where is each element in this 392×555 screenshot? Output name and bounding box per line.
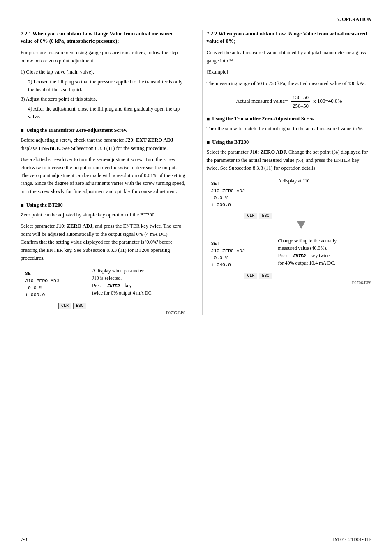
- section-label: 7. OPERATION: [337, 16, 371, 22]
- left-section-title: 7.2.1 When you can obtain Low Range Valu…: [21, 30, 186, 45]
- page-number: 7-3: [21, 537, 27, 543]
- right-display2-box: SET J10:ZERO ADJ -0.0 % + 040.0: [207, 237, 272, 271]
- right-display2-buttons: CLR ESC: [207, 273, 272, 279]
- left-enter-button[interactable]: ENTER: [104, 283, 123, 289]
- section-header: 7. OPERATION: [21, 16, 371, 23]
- step-2: 2) Loosen the fill plug so that the pres…: [21, 78, 186, 94]
- rd2-line1: SET: [211, 240, 268, 247]
- rd2-line3: -0.0 %: [211, 254, 268, 261]
- footer: 7-3 IM 01C21D01-01E: [21, 537, 371, 543]
- page: 7. OPERATION 7.2.1 When you can obtain L…: [0, 0, 392, 555]
- right-display1-annotation: A display at J10: [278, 177, 310, 184]
- formula-numerator: 130–50: [291, 94, 310, 102]
- formula-suffix: x 100=40.0%: [313, 98, 342, 104]
- step-3: 3) Adjust the zero point at this status.: [21, 95, 186, 103]
- left-display-unit: SET J10:ZERO ADJ -0.0 % + 000.0 CLR ESC: [21, 267, 86, 309]
- right-display2-unit: SET J10:ZERO ADJ -0.0 % + 040.0 CLR ESC: [207, 237, 272, 279]
- doc-ref: IM 01C21D01-01E: [333, 537, 371, 543]
- main-content: 7.2.1 When you can obtain Low Range Valu…: [21, 30, 371, 315]
- right2-esc-button[interactable]: ESC: [259, 273, 272, 279]
- left-display-row: SET J10:ZERO ADJ -0.0 % + 000.0 CLR ESC …: [21, 267, 186, 309]
- svg-marker-0: [297, 221, 305, 229]
- right-subsection2-heading: Using the BT200: [207, 139, 372, 146]
- param-j10-right: J10: ZERO ADJ: [250, 149, 286, 155]
- display-line1: SET: [25, 270, 82, 277]
- right2-clr-button[interactable]: CLR: [244, 273, 257, 279]
- arrow-down-icon: [231, 221, 372, 232]
- param-j20: J20: EXT ZERO ADJ: [125, 137, 173, 143]
- right-display1-buttons: CLR ESC: [207, 213, 272, 219]
- left-sub2-para2: Select parameter J10: ZERO ADJ, and pres…: [21, 222, 186, 262]
- rd1-line1: SET: [211, 180, 268, 187]
- param-j10-left: J10: ZERO ADJ: [56, 223, 92, 229]
- left-file-ref: F0705.EPS: [21, 311, 186, 315]
- example-label: [Example]: [207, 68, 372, 76]
- left-sub1-para1: Before adjusting a screw, check that the…: [21, 136, 186, 152]
- rd2-line4: + 040.0: [211, 261, 268, 268]
- display-line3: -0.0 %: [25, 284, 82, 291]
- rd1-line3: -0.0 %: [211, 194, 268, 201]
- right-section-title: 7.2.2 When you cannot obtain Low Range V…: [207, 30, 372, 45]
- display-line2: J10:ZERO ADJ: [25, 277, 82, 284]
- right1-esc-button[interactable]: ESC: [259, 213, 272, 219]
- formula-fraction: 130–50 250–50: [291, 94, 310, 109]
- formula-label: Actual measured value=: [236, 98, 288, 104]
- left-subsection2-heading: Using the BT200: [21, 202, 186, 209]
- left-clr-button[interactable]: CLR: [58, 303, 71, 309]
- step-1: 1) Close the tap valve (main valve).: [21, 68, 186, 76]
- rd2-line2: J10:ZERO ADJ: [211, 247, 268, 254]
- param-enable: ENABLE: [39, 145, 60, 151]
- rd1-line4: + 000.0: [211, 201, 268, 208]
- step-4: 4) After the adjustment, close the fill …: [21, 105, 186, 121]
- right-display1-unit: SET J10:ZERO ADJ -0.0 % + 000.0 CLR ESC: [207, 177, 272, 219]
- right-sub1-para: Turn the screw to match the output signa…: [207, 125, 372, 133]
- left-intro: For pressure measurement using gauge pre…: [21, 49, 186, 65]
- right1-clr-button[interactable]: CLR: [244, 213, 257, 219]
- left-sub2-para1: Zero point can be adjusted by simple key…: [21, 211, 186, 219]
- right-subsection1-heading: Using the Transmitter Zero-Adjustment Sc…: [207, 116, 372, 122]
- right-file-ref: F0706.EPS: [207, 281, 372, 285]
- left-subsection1-heading: Using the Transmitter Zero-adjustment Sc…: [21, 127, 186, 134]
- formula-denominator: 250–50: [291, 102, 310, 109]
- left-column: 7.2.1 When you can obtain Low Range Valu…: [21, 30, 190, 315]
- right-display1-row: SET J10:ZERO ADJ -0.0 % + 000.0 CLR ESC …: [207, 177, 372, 219]
- formula-block: Actual measured value= 130–50 250–50 x 1…: [207, 94, 372, 109]
- display-line4: + 000.0: [25, 291, 82, 298]
- right-display1-box: SET J10:ZERO ADJ -0.0 % + 000.0: [207, 177, 272, 211]
- right-intro: Convert the actual measured value obtain…: [207, 49, 372, 65]
- right-sub2-para1: Select the parameter J10: ZERO ADJ. Chan…: [207, 148, 372, 172]
- example-text: The measuring range of 50 to 250 kPa; th…: [207, 80, 372, 88]
- right-column: 7.2.2 When you cannot obtain Low Range V…: [202, 30, 372, 315]
- steps-list: 1) Close the tap valve (main valve). 2) …: [21, 68, 186, 121]
- right2-enter-button[interactable]: ENTER: [290, 253, 309, 259]
- left-sub1-para2: Use a slotted screwdriver to turn the ze…: [21, 156, 186, 196]
- left-display-buttons: CLR ESC: [21, 303, 86, 309]
- left-esc-button[interactable]: ESC: [73, 303, 86, 309]
- right-display2-row: SET J10:ZERO ADJ -0.0 % + 040.0 CLR ESC …: [207, 237, 372, 279]
- right-display2-annotation: Change setting to the actually measured …: [278, 237, 337, 267]
- left-display-annotation: A display when parameter J10 is selected…: [92, 267, 153, 297]
- left-display-box: SET J10:ZERO ADJ -0.0 % + 000.0: [21, 267, 86, 301]
- rd1-line2: J10:ZERO ADJ: [211, 187, 268, 194]
